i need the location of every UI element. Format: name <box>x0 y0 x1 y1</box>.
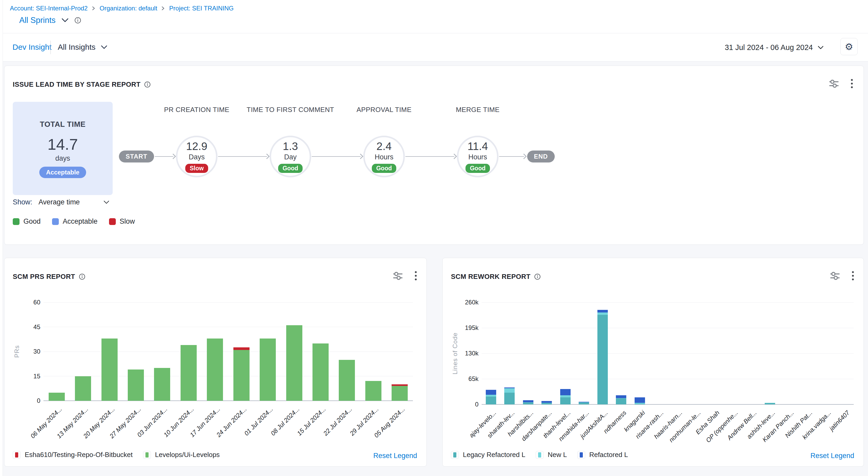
y-axis-tick-label: 65k <box>458 375 478 383</box>
bar-segment[interactable] <box>486 396 496 405</box>
legend-swatch <box>52 218 59 225</box>
y-axis-tick-label: 260k <box>458 299 478 306</box>
bar-segment[interactable] <box>541 403 552 405</box>
bar-segment[interactable] <box>616 398 626 405</box>
insights-dropdown[interactable]: All Insights <box>58 43 107 52</box>
legend-toggle[interactable]: Refactored L <box>577 451 628 459</box>
grid-line <box>43 302 413 303</box>
bar-segment[interactable] <box>392 386 408 401</box>
legend-marker <box>13 451 21 459</box>
bar-segment[interactable] <box>634 403 645 404</box>
stage-unit: Days <box>189 153 205 161</box>
bar-segment[interactable] <box>234 350 250 401</box>
stage-name: MERGE TIME <box>433 105 522 115</box>
legend-marker <box>536 451 544 459</box>
bar-segment[interactable] <box>597 315 608 405</box>
stage-name: TIME TO FIRST COMMENT <box>246 105 335 115</box>
bar-segment[interactable] <box>541 403 552 403</box>
y-axis-tick-label: 130k <box>458 350 478 357</box>
scm-rework-panel: SCM REWORK REPORT Lines of Code065k130k1… <box>442 258 864 467</box>
bar-segment[interactable] <box>154 368 170 401</box>
stage-node[interactable]: 2.4HoursGood <box>363 136 405 177</box>
date-range-picker[interactable]: 31 Jul 2024 - 06 Aug 2024 <box>725 43 824 52</box>
x-axis-tick-label: 29 Jul 2024... <box>323 406 380 462</box>
x-axis-tick-label: 01 Jul 2024... <box>218 406 275 462</box>
legend-toggle[interactable]: Legacy Refactored L <box>451 451 525 459</box>
stage-rating-badge: Slow <box>185 164 208 173</box>
divider <box>51 40 51 54</box>
bar-segment[interactable] <box>541 401 552 403</box>
bar-segment[interactable] <box>181 345 197 401</box>
bar-segment[interactable] <box>504 388 515 393</box>
bar-segment[interactable] <box>597 313 608 315</box>
legend-label: Refactored L <box>589 451 628 459</box>
legend-marker-color <box>146 452 149 457</box>
bar-segment[interactable] <box>597 310 608 313</box>
breadcrumb-project-link[interactable]: Project: SEI TRAINING <box>169 5 234 12</box>
flow-arrow-line <box>312 156 361 157</box>
bar-segment[interactable] <box>616 395 626 398</box>
flow-arrow-head-icon <box>521 154 527 159</box>
bar-segment[interactable] <box>523 402 533 403</box>
reset-legend-link[interactable]: Reset Legend <box>373 452 417 460</box>
y-axis-tick-label: 0 <box>458 401 478 408</box>
stage-node[interactable]: 11.4HoursGood <box>457 136 499 177</box>
flow-arrow-head-icon <box>358 154 363 159</box>
bar-segment[interactable] <box>579 402 589 402</box>
bar-segment[interactable] <box>634 397 645 403</box>
legend-toggle[interactable]: Levelops/Ui-Levelops <box>143 451 220 459</box>
bar-segment[interactable] <box>579 402 589 403</box>
bar-segment[interactable] <box>504 393 515 405</box>
bar-segment[interactable] <box>616 398 626 399</box>
bar-segment[interactable] <box>560 389 570 395</box>
chevron-down-icon[interactable] <box>61 18 69 23</box>
left-nav-rail <box>0 0 3 476</box>
bar-segment[interactable] <box>101 338 118 401</box>
legend-toggle[interactable]: Esha610/Testing-Repo-Of-Bitbucket <box>13 451 133 459</box>
bar-segment[interactable] <box>765 403 775 405</box>
bar-segment[interactable] <box>49 393 65 401</box>
y-axis-tick-label: 15 <box>20 373 40 380</box>
rework-bar-chart: Lines of Code065k130k195k260kajay-levelo… <box>442 258 864 466</box>
bar-segment[interactable] <box>207 338 223 401</box>
bar-segment[interactable] <box>560 395 570 397</box>
bar-segment[interactable] <box>75 376 91 401</box>
legend-marker <box>143 451 151 459</box>
sprint-selector[interactable]: All Sprints <box>19 16 56 25</box>
breadcrumb-organization-link[interactable]: Organization: default <box>100 5 157 12</box>
flow-start-pill: START <box>119 150 154 162</box>
bar-segment[interactable] <box>486 395 496 396</box>
chevron-down-icon <box>101 45 107 50</box>
bar-segment[interactable] <box>312 344 329 401</box>
breadcrumb-account-link[interactable]: Account: SEI-Internal-Prod2 <box>10 5 88 12</box>
bar-segment[interactable] <box>234 347 250 350</box>
bar-segment[interactable] <box>365 381 381 401</box>
bar-segment[interactable] <box>504 387 515 388</box>
bar-segment[interactable] <box>286 325 302 401</box>
info-icon[interactable] <box>74 17 81 24</box>
stage-node[interactable]: 12.9DaysSlow <box>176 136 218 177</box>
stage-node[interactable]: 1.3DayGood <box>270 136 311 177</box>
bar-segment[interactable] <box>339 360 355 401</box>
bar-segment[interactable] <box>486 390 496 395</box>
bar-segment[interactable] <box>523 400 533 402</box>
legend-toggle[interactable]: New L <box>536 451 567 459</box>
bar-segment[interactable] <box>260 338 276 401</box>
bar-segment[interactable] <box>560 397 570 405</box>
bar-segment[interactable] <box>634 404 645 405</box>
legend-label: New L <box>548 451 567 459</box>
bar-segment[interactable] <box>392 384 408 386</box>
flow-arrow-head-icon <box>452 154 457 159</box>
prs-chart-legend: Esha610/Testing-Repo-Of-BitbucketLevelop… <box>13 451 220 459</box>
legend-item: Slow <box>109 217 135 226</box>
bar-segment[interactable] <box>765 403 775 403</box>
gear-icon[interactable]: ⚙ <box>840 38 858 55</box>
breadcrumb: Account: SEI-Internal-Prod2 Organization… <box>10 5 234 12</box>
reset-legend-link[interactable]: Reset Legend <box>810 452 854 460</box>
insight-name-link[interactable]: Dev Insight <box>12 43 52 52</box>
bar-segment[interactable] <box>128 369 144 401</box>
bar-segment[interactable] <box>579 403 589 405</box>
show-dropdown[interactable]: Show: Average time <box>13 198 110 206</box>
bar-segment[interactable] <box>523 403 533 405</box>
legend-label: Acceptable <box>63 217 98 226</box>
